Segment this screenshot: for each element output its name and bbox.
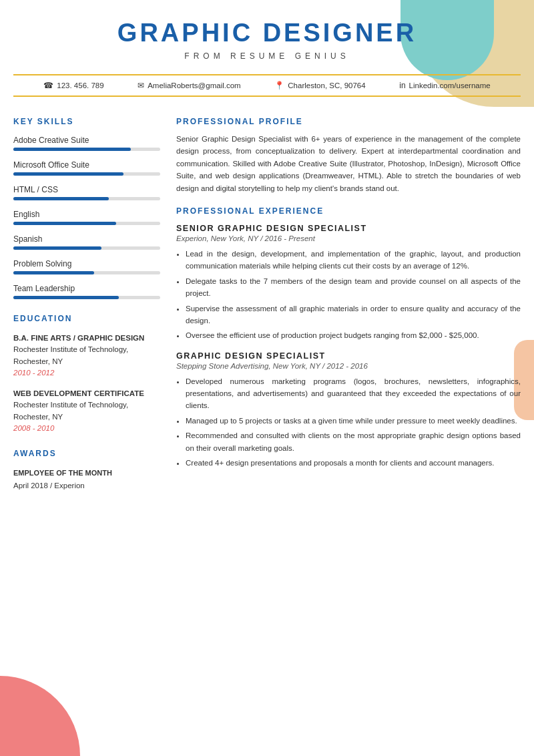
phone-text: 123. 456. 789	[57, 81, 103, 89]
experience-title: PROFESSIONAL EXPERIENCE	[176, 206, 521, 216]
contact-location: 📍 Charleston, SC, 90764	[274, 81, 365, 90]
profile-title: PROFESSIONAL PROFILE	[176, 117, 521, 126]
contact-bar: ☎ 123. 456. 789 ✉ AmeliaRoberts@gmail.co…	[13, 74, 521, 97]
phone-icon: ☎	[43, 81, 53, 90]
profile-section: PROFESSIONAL PROFILE Senior Graphic Desi…	[176, 117, 521, 194]
bullet-item: Recommended and consulted with clients o…	[186, 429, 521, 454]
skill-item: Problem Solving	[13, 259, 160, 274]
skill-item: Team Leadership	[13, 284, 160, 299]
jobs-list: SENIOR GRAPHIC DESIGN SPECIALIST Experio…	[176, 224, 521, 469]
skill-item: English	[13, 210, 160, 225]
linkedin-text: Linkedin.com/username	[409, 81, 491, 89]
skill-name: Spanish	[13, 234, 160, 244]
awards-list: EMPLOYEE OF THE MONTH April 2018 / Exper…	[13, 467, 160, 492]
skill-name: Adobe Creative Suite	[13, 136, 160, 145]
edu-dates: 2008 - 2010	[13, 424, 54, 432]
skill-name: Microsoft Office Suite	[13, 160, 160, 170]
skill-item: HTML / CSS	[13, 185, 160, 200]
skill-name: Team Leadership	[13, 284, 160, 293]
edu-school: Rochester Institute of Technology, Roche…	[13, 345, 128, 365]
skill-bar-bg	[13, 148, 160, 151]
edu-dates: 2010 - 2012	[13, 369, 54, 377]
skill-bar-bg	[13, 296, 160, 299]
bullet-item: Managed up to 5 projects or tasks at a g…	[186, 415, 521, 427]
job-bullets: Lead in the design, development, and imp…	[176, 248, 521, 342]
left-column: KEY SKILLS Adobe Creative Suite Microsof…	[13, 117, 160, 506]
skill-bar-fill	[13, 172, 123, 176]
contact-email: ✉ AmeliaRoberts@gmail.com	[138, 81, 241, 90]
skill-bar-bg	[13, 172, 160, 176]
bullet-item: Created 4+ design presentations and prop…	[186, 457, 521, 469]
resume-page: GRAPHIC DESIGNER FROM RESUME GENIUS ☎ 12…	[0, 0, 534, 756]
contact-linkedin: in Linkedin.com/username	[399, 81, 490, 90]
bullet-item: Delegate tasks to the 7 members of the d…	[186, 275, 521, 300]
skill-name: English	[13, 210, 160, 219]
skills-title: KEY SKILLS	[13, 117, 160, 126]
award-detail: April 2018 / Experion	[13, 480, 160, 492]
education-title: EDUCATION	[13, 314, 160, 323]
contact-phone: ☎ 123. 456. 789	[43, 81, 103, 90]
edu-degree: B.A. FINE ARTS / GRAPHIC DESIGN	[13, 334, 144, 342]
skills-list: Adobe Creative Suite Microsoft Office Su…	[13, 136, 160, 299]
skill-name: Problem Solving	[13, 259, 160, 268]
education-item: B.A. FINE ARTS / GRAPHIC DESIGN Rocheste…	[13, 333, 160, 379]
award-item: EMPLOYEE OF THE MONTH April 2018 / Exper…	[13, 467, 160, 492]
blob-bottom-left	[0, 676, 80, 756]
job-title: SENIOR GRAPHIC DESIGN SPECIALIST	[176, 224, 521, 233]
skill-name: HTML / CSS	[13, 185, 160, 194]
main-content: KEY SKILLS Adobe Creative Suite Microsof…	[0, 104, 534, 520]
skills-section: KEY SKILLS Adobe Creative Suite Microsof…	[13, 117, 160, 299]
skill-item: Adobe Creative Suite	[13, 136, 160, 151]
job-company: Experion, New York, NY / 2016 - Present	[176, 234, 521, 242]
location-text: Charleston, SC, 90764	[288, 81, 365, 89]
bullet-item: Supervise the assessment of all graphic …	[186, 303, 521, 327]
experience-section: PROFESSIONAL EXPERIENCE SENIOR GRAPHIC D…	[176, 206, 521, 469]
job-title: GRAPHIC DESIGN SPECIALIST	[176, 351, 521, 361]
linkedin-icon: in	[399, 81, 405, 90]
skill-bar-fill	[13, 246, 101, 250]
job-item: GRAPHIC DESIGN SPECIALIST Stepping Stone…	[176, 351, 521, 469]
award-name: EMPLOYEE OF THE MONTH	[13, 467, 160, 480]
education-section: EDUCATION B.A. FINE ARTS / GRAPHIC DESIG…	[13, 314, 160, 434]
skill-bar-bg	[13, 222, 160, 225]
email-text: AmeliaRoberts@gmail.com	[148, 81, 241, 89]
awards-title: AWARDS	[13, 449, 160, 458]
skill-item: Microsoft Office Suite	[13, 160, 160, 176]
resume-title: GRAPHIC DESIGNER	[13, 19, 521, 47]
awards-section: AWARDS EMPLOYEE OF THE MONTH April 2018 …	[13, 449, 160, 492]
job-company: Stepping Stone Advertising, New York, NY…	[176, 362, 521, 370]
skill-bar-bg	[13, 271, 160, 274]
bullet-item: Oversee the efficient use of production …	[186, 329, 521, 341]
bullet-item: Lead in the design, development, and imp…	[186, 248, 521, 272]
skill-bar-fill	[13, 148, 131, 151]
email-icon: ✉	[138, 81, 144, 90]
bullet-item: Developed numerous marketing programs (l…	[186, 375, 521, 412]
edu-school: Rochester Institute of Technology, Roche…	[13, 401, 128, 420]
location-icon: 📍	[274, 81, 284, 90]
skill-bar-fill	[13, 296, 119, 299]
skill-bar-fill	[13, 222, 116, 225]
edu-degree: WEB DEVELOPMENT CERTIFICATE	[13, 389, 144, 397]
skill-bar-bg	[13, 197, 160, 200]
job-bullets: Developed numerous marketing programs (l…	[176, 375, 521, 469]
education-item: WEB DEVELOPMENT CERTIFICATE Rochester In…	[13, 388, 160, 434]
skill-bar-bg	[13, 246, 160, 250]
education-list: B.A. FINE ARTS / GRAPHIC DESIGN Rocheste…	[13, 333, 160, 434]
skill-bar-fill	[13, 197, 109, 200]
header: GRAPHIC DESIGNER FROM RESUME GENIUS	[0, 0, 534, 67]
resume-subtitle: FROM RESUME GENIUS	[13, 51, 521, 61]
right-column: PROFESSIONAL PROFILE Senior Graphic Desi…	[176, 117, 521, 506]
skill-item: Spanish	[13, 234, 160, 250]
profile-text: Senior Graphic Design Specialist with 6+…	[176, 133, 521, 194]
job-item: SENIOR GRAPHIC DESIGN SPECIALIST Experio…	[176, 224, 521, 342]
skill-bar-fill	[13, 271, 94, 274]
